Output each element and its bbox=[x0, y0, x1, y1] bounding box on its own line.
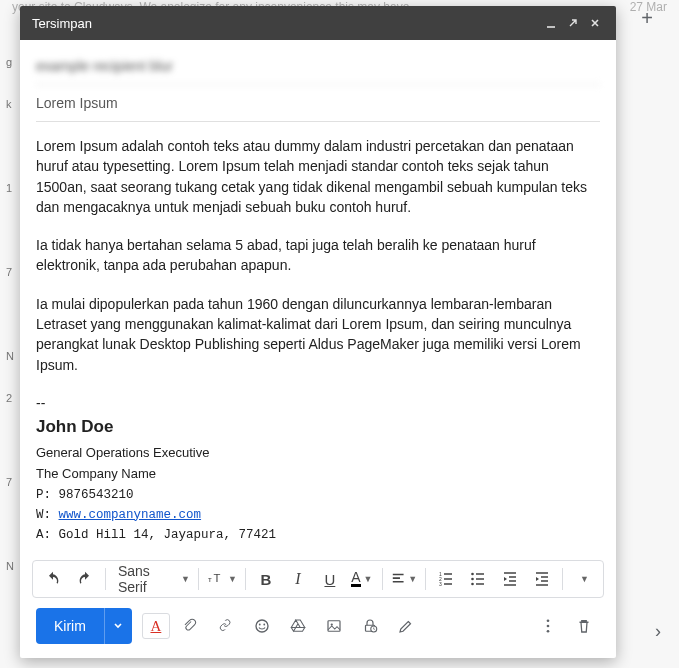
maximize-icon[interactable] bbox=[564, 14, 582, 32]
formatting-toggle-icon[interactable]: A bbox=[142, 613, 170, 639]
formatting-toolbar: Sans Serif▼ тT▼ B I U A▼ ▼ 123 ▼ bbox=[32, 560, 604, 598]
body-paragraph[interactable]: Lorem Ipsum adalah contoh teks atau dumm… bbox=[36, 136, 600, 217]
signature-name: John Doe bbox=[36, 415, 600, 440]
more-options-icon[interactable] bbox=[532, 610, 564, 642]
svg-point-7 bbox=[471, 583, 474, 586]
svg-point-8 bbox=[256, 620, 268, 632]
svg-point-15 bbox=[547, 619, 550, 622]
window-title: Tersimpan bbox=[32, 16, 538, 31]
svg-point-9 bbox=[259, 624, 261, 626]
svg-rect-11 bbox=[328, 621, 340, 632]
attach-icon[interactable] bbox=[174, 610, 206, 642]
signature-web: W: www.companyname.com bbox=[36, 506, 600, 524]
svg-point-10 bbox=[263, 624, 265, 626]
svg-text:т: т bbox=[208, 575, 212, 584]
svg-text:T: T bbox=[213, 572, 220, 584]
compose-actions: Kirim A bbox=[20, 598, 616, 658]
trash-icon[interactable] bbox=[568, 610, 600, 642]
svg-point-5 bbox=[471, 573, 474, 576]
emoji-icon[interactable] bbox=[246, 610, 278, 642]
minimize-icon[interactable] bbox=[542, 14, 560, 32]
more-formatting-icon[interactable]: ▼ bbox=[567, 563, 599, 595]
font-size-icon[interactable]: тT▼ bbox=[203, 563, 241, 595]
send-button[interactable]: Kirim bbox=[36, 608, 104, 644]
subject-field[interactable]: Lorem Ipsum bbox=[36, 85, 600, 122]
body-paragraph[interactable]: Ia tidak hanya bertahan selama 5 abad, t… bbox=[36, 235, 600, 276]
numbered-list-icon[interactable]: 123 bbox=[430, 563, 462, 595]
indent-more-icon[interactable] bbox=[526, 563, 558, 595]
text-color-button[interactable]: A▼ bbox=[346, 563, 378, 595]
undo-icon[interactable] bbox=[37, 563, 69, 595]
indent-less-icon[interactable] bbox=[494, 563, 526, 595]
signature-company: The Company Name bbox=[36, 465, 600, 484]
font-family-select[interactable]: Sans Serif▼ bbox=[110, 563, 194, 595]
pen-icon[interactable] bbox=[390, 610, 422, 642]
signature-phone: P: 9876543210 bbox=[36, 486, 600, 504]
bulleted-list-icon[interactable] bbox=[462, 563, 494, 595]
svg-point-16 bbox=[547, 625, 550, 628]
signature-web-link[interactable]: www.companyname.com bbox=[59, 508, 202, 522]
underline-button[interactable]: U bbox=[314, 563, 346, 595]
photo-icon[interactable] bbox=[318, 610, 350, 642]
svg-point-6 bbox=[471, 578, 474, 581]
compose-window: Tersimpan example recipient blur Lorem I… bbox=[20, 6, 616, 658]
close-icon[interactable] bbox=[586, 14, 604, 32]
italic-button[interactable]: I bbox=[282, 563, 314, 595]
send-split-button: Kirim bbox=[36, 608, 132, 644]
signature-role: General Operations Executive bbox=[36, 444, 600, 463]
confidential-icon[interactable] bbox=[354, 610, 386, 642]
recipients-field[interactable]: example recipient blur bbox=[36, 48, 600, 85]
drive-icon[interactable] bbox=[282, 610, 314, 642]
new-tab-plus-icon[interactable]: + bbox=[635, 6, 659, 30]
align-icon[interactable]: ▼ bbox=[387, 563, 421, 595]
send-more-button[interactable] bbox=[104, 608, 132, 644]
link-icon[interactable] bbox=[210, 610, 242, 642]
side-panel-chevron-icon[interactable]: › bbox=[655, 621, 661, 642]
svg-text:3: 3 bbox=[439, 581, 442, 587]
body-paragraph[interactable]: Ia mulai dipopulerkan pada tahun 1960 de… bbox=[36, 294, 600, 375]
svg-point-17 bbox=[547, 630, 550, 633]
signature-address: A: Gold Hill 14, Jayapura, 77421 bbox=[36, 526, 600, 544]
compose-headers: example recipient blur Lorem Ipsum bbox=[20, 40, 616, 122]
redo-icon[interactable] bbox=[69, 563, 101, 595]
titlebar: Tersimpan bbox=[20, 6, 616, 40]
signature-separator: -- bbox=[36, 393, 600, 413]
left-edge-cutoff: gk17N27N bbox=[0, 0, 20, 668]
bold-button[interactable]: B bbox=[250, 563, 282, 595]
compose-body[interactable]: Lorem Ipsum adalah contoh teks atau dumm… bbox=[20, 122, 616, 554]
